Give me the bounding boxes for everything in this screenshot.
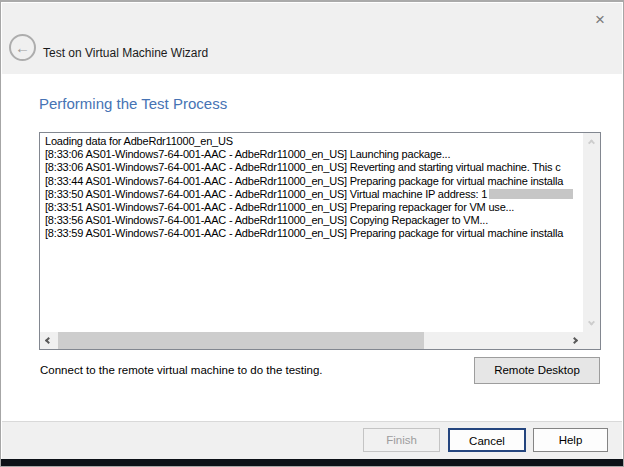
status-text: Connect to the remote virtual machine to… — [40, 364, 323, 376]
log-line: [8:33:06 AS01-Windows7-64-001-AAC - Adbe… — [45, 161, 583, 174]
back-button[interactable]: ← — [9, 34, 36, 61]
chevron-up-icon — [588, 139, 595, 146]
log-line: [8:33:50 AS01-Windows7-64-001-AAC - Adbe… — [45, 188, 583, 201]
log-line: Loading data for AdbeRdr11000_en_US — [45, 135, 583, 148]
help-button[interactable]: Help — [533, 428, 608, 452]
footer-bar: Finish Cancel Help — [2, 421, 622, 459]
log-line: [8:33:56 AS01-Windows7-64-001-AAC - Adbe… — [45, 214, 583, 227]
log-line: [8:33:44 AS01-Windows7-64-001-AAC - Adbe… — [45, 175, 583, 188]
test-log-panel[interactable]: Loading data for AdbeRdr11000_en_US[8:33… — [39, 132, 601, 350]
wizard-content: Performing the Test Process Loading data… — [2, 74, 622, 421]
bottom-edge-strip — [1, 459, 623, 466]
log-lines: Loading data for AdbeRdr11000_en_US[8:33… — [40, 133, 583, 332]
close-button[interactable]: × — [587, 8, 613, 32]
close-icon: × — [595, 10, 605, 29]
window-title: Test on Virtual Machine Wizard — [43, 46, 208, 60]
log-line: [8:33:59 AS01-Windows7-64-001-AAC - Adbe… — [45, 227, 583, 240]
cancel-button[interactable]: Cancel — [448, 428, 526, 452]
redacted-ip-value — [489, 189, 573, 199]
horizontal-scrollbar[interactable] — [40, 332, 583, 349]
scroll-left-button[interactable] — [40, 332, 57, 349]
chevron-left-icon — [45, 337, 52, 344]
remote-desktop-button[interactable]: Remote Desktop — [474, 357, 600, 384]
horizontal-scroll-thumb[interactable] — [58, 332, 424, 349]
back-arrow-icon: ← — [15, 39, 30, 56]
finish-button: Finish — [363, 428, 440, 452]
scroll-down-button[interactable] — [583, 315, 600, 332]
log-line: [8:33:06 AS01-Windows7-64-001-AAC - Adbe… — [45, 148, 583, 161]
scroll-up-button[interactable] — [583, 133, 600, 150]
vertical-scrollbar[interactable] — [583, 133, 600, 332]
log-line: [8:33:51 AS01-Windows7-64-001-AAC - Adbe… — [45, 201, 583, 214]
scroll-right-button[interactable] — [566, 332, 583, 349]
wizard-dialog: ← Test on Virtual Machine Wizard × Perfo… — [0, 0, 624, 467]
page-title: Performing the Test Process — [39, 95, 227, 112]
chevron-right-icon — [571, 337, 578, 344]
scrollbar-corner — [583, 332, 600, 349]
chevron-down-icon — [588, 319, 595, 326]
wizard-header: ← Test on Virtual Machine Wizard — [2, 3, 622, 74]
